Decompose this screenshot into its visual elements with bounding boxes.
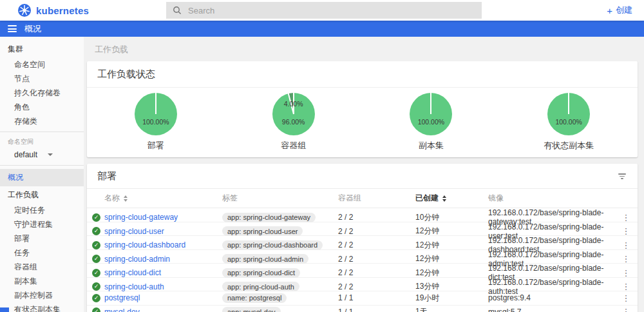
pie-chart-label: 有状态副本集 xyxy=(544,140,594,151)
main-content: 工作负载 工作负载状态 100.00% 部署 4.00% xyxy=(84,37,644,312)
kebab-menu-icon[interactable]: ⋮ xyxy=(614,269,638,277)
pie-deployments: 100.00% 部署 xyxy=(87,93,225,151)
pie-pods: 4.00% 96.00% 容器组 xyxy=(225,93,363,151)
table-row: ✓ postgresql name: postgresql 1 / 1 19小时… xyxy=(87,291,638,306)
label-chip: name: postgresql xyxy=(222,293,287,303)
search-input[interactable] xyxy=(188,6,475,15)
brand-home-link[interactable]: kubernetes xyxy=(0,4,166,17)
status-ok-icon: ✓ xyxy=(92,294,100,302)
plus-icon: + xyxy=(607,6,612,15)
image-name: mysql:5.7 xyxy=(488,307,614,312)
pie-main-percent: 100.00% xyxy=(547,118,590,126)
pie-chart-label: 容器组 xyxy=(281,140,306,151)
search-box[interactable] xyxy=(166,2,482,19)
kebab-menu-icon[interactable]: ⋮ xyxy=(614,294,638,302)
pie-divider xyxy=(155,93,156,114)
pods-pie-chart[interactable]: 4.00% 96.00% xyxy=(272,93,315,135)
status-ok-icon: ✓ xyxy=(92,213,100,222)
pie-top-percent: 4.00% xyxy=(272,100,315,108)
stateful-sets-pie-chart[interactable]: 100.00% xyxy=(547,93,590,135)
deployments-card: 部署 名称 标签 容器组 已创建 xyxy=(87,164,638,312)
sidebar-item-replica-sets[interactable]: 副本集 xyxy=(0,274,84,288)
menu-hamburger-icon[interactable] xyxy=(8,25,17,32)
deployment-name-link[interactable]: spring-cloud-admin xyxy=(104,255,170,264)
deployments-table-header: 名称 标签 容器组 已创建 镜像 xyxy=(87,188,638,208)
namespace-selector-label: 命名空间 xyxy=(0,135,84,148)
created-age: 10分钟 xyxy=(415,212,488,223)
replica-sets-pie-chart[interactable]: 100.00% xyxy=(410,93,452,135)
deployments-pie-chart[interactable]: 100.00% xyxy=(135,93,177,135)
label-chip: app: spring-cloud-dict xyxy=(222,268,300,278)
pods-count: 2 / 2 xyxy=(338,255,415,264)
deployment-name-link[interactable]: spring-cloud-dashboard xyxy=(104,240,185,249)
sidebar-divider xyxy=(0,132,84,132)
created-age: 1天 xyxy=(415,306,488,312)
kebab-menu-icon[interactable]: ⋮ xyxy=(614,227,638,235)
sidebar-item-deployments[interactable]: 部署 xyxy=(0,231,84,246)
sidebar-section-workloads[interactable]: 工作负载 xyxy=(0,186,84,203)
column-header-labels[interactable]: 标签 xyxy=(222,193,338,204)
sidebar-item-storage-classes[interactable]: 存储类 xyxy=(0,114,84,128)
brand-name: kubernetes xyxy=(36,5,89,16)
column-header-images[interactable]: 镜像 xyxy=(488,193,614,204)
search-icon xyxy=(173,6,182,15)
deployment-name-link[interactable]: spring-cloud-auth xyxy=(104,282,164,291)
sidebar-item-nodes[interactable]: 节点 xyxy=(0,72,84,86)
sidebar-item-jobs[interactable]: 任务 xyxy=(0,246,84,260)
breadcrumb: 工作负载 xyxy=(87,42,638,61)
sidebar-item-pods[interactable]: 容器组 xyxy=(0,260,84,274)
sidebar-item-replication-controllers[interactable]: 副本控制器 xyxy=(0,288,84,302)
sidebar-item-daemon-sets[interactable]: 守护进程集 xyxy=(0,217,84,231)
pods-count: 2 / 2 xyxy=(338,240,415,249)
created-age: 12分钟 xyxy=(415,226,488,237)
sidebar-item-roles[interactable]: 角色 xyxy=(0,100,84,114)
deployment-name-link[interactable]: spring-cloud-gateway xyxy=(104,213,178,222)
sidebar-item-stateful-sets[interactable]: 有状态副本集 xyxy=(0,302,84,312)
sidebar: 集群 命名空间 节点 持久化存储卷 角色 存储类 命名空间 default 概况… xyxy=(0,37,84,312)
create-button-label: 创建 xyxy=(616,5,632,16)
column-header-name[interactable]: 名称 xyxy=(104,193,222,204)
namespace-selected-value: default xyxy=(14,150,37,159)
pie-replica-sets: 100.00% 副本集 xyxy=(363,93,500,151)
status-ok-icon: ✓ xyxy=(92,255,100,263)
table-row: ✓ spring-cloud-gateway app: spring-cloud… xyxy=(87,208,638,222)
sidebar-item-persistent-volumes[interactable]: 持久化存储卷 xyxy=(0,86,84,100)
pods-count: 2 / 2 xyxy=(338,213,415,222)
sidebar-item-overview[interactable]: 概况 xyxy=(0,169,84,186)
pie-main-percent: 100.00% xyxy=(135,118,177,126)
status-ok-icon: ✓ xyxy=(92,307,100,312)
pie-divider xyxy=(568,93,569,114)
label-chip: app: spring-cloud-user xyxy=(222,226,303,236)
status-ok-icon: ✓ xyxy=(92,227,100,235)
pie-chart-label: 副本集 xyxy=(419,140,444,151)
pods-count: 2 / 2 xyxy=(338,227,415,236)
deployments-card-title: 部署 xyxy=(97,170,117,182)
created-age: 12分钟 xyxy=(415,240,488,251)
table-row: ✓ spring-cloud-auth app: pring-cloud-aut… xyxy=(87,278,638,292)
pie-main-percent: 96.00% xyxy=(272,118,315,126)
deployment-name-link[interactable]: spring-cloud-user xyxy=(104,227,164,236)
create-button[interactable]: + 创建 xyxy=(607,5,644,16)
workload-status-title: 工作负载状态 xyxy=(87,61,638,88)
pie-main-percent: 100.00% xyxy=(410,118,452,126)
sidebar-section-cluster[interactable]: 集群 xyxy=(0,41,84,57)
workload-status-card: 工作负载状态 100.00% 部署 4.00% 96.00% xyxy=(87,61,638,157)
kebab-menu-icon[interactable]: ⋮ xyxy=(614,255,638,263)
column-header-pods[interactable]: 容器组 xyxy=(338,193,415,204)
app-bar: 概况 xyxy=(0,21,644,37)
filter-icon[interactable] xyxy=(617,172,627,180)
kebab-menu-icon[interactable]: ⋮ xyxy=(614,282,638,291)
kebab-menu-icon[interactable]: ⋮ xyxy=(614,241,638,249)
sidebar-item-cron-jobs[interactable]: 定时任务 xyxy=(0,203,84,217)
kebab-menu-icon[interactable]: ⋮ xyxy=(614,213,638,222)
deployment-name-link[interactable]: mysql-dev xyxy=(104,307,140,312)
kubernetes-logo-icon xyxy=(18,4,31,17)
image-name: postgres:9.4 xyxy=(488,293,614,302)
kebab-menu-icon[interactable]: ⋮ xyxy=(614,307,638,312)
deployment-name-link[interactable]: spring-cloud-dict xyxy=(104,268,161,277)
deployment-name-link[interactable]: postgresql xyxy=(104,293,140,302)
table-row: ✓ spring-cloud-user app: spring-cloud-us… xyxy=(87,222,638,237)
sidebar-item-namespaces[interactable]: 命名空间 xyxy=(0,57,84,72)
column-header-created[interactable]: 已创建 xyxy=(415,193,488,204)
namespace-selector[interactable]: default xyxy=(0,148,84,162)
